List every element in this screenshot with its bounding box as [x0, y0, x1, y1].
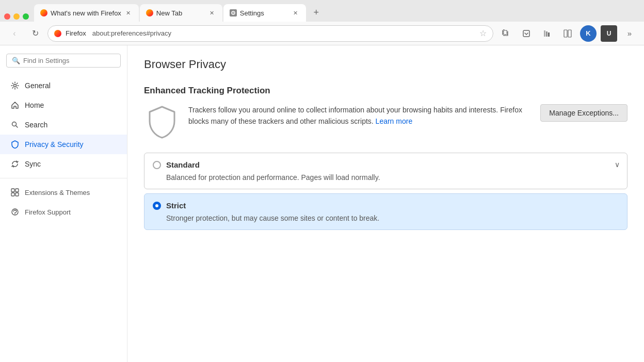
tab-label-whats-new: What's new with Firefox	[51, 9, 121, 17]
svg-rect-2	[523, 30, 529, 37]
svg-rect-10	[11, 189, 14, 192]
tab-whats-new[interactable]: What's new with Firefox ✕	[34, 4, 139, 22]
find-settings-input[interactable]	[23, 57, 115, 64]
new-tab-button[interactable]: +	[309, 5, 324, 20]
privacy-shield-icon	[10, 140, 20, 149]
svg-rect-4	[546, 31, 548, 37]
address-bar[interactable]: Firefox about:preferences#privacy ☆	[47, 25, 493, 42]
address-url: about:preferences#privacy	[92, 29, 171, 37]
standard-description: Balanced for protection and performance.…	[153, 173, 619, 182]
find-search-icon: 🔍	[12, 57, 20, 64]
chevron-down-icon: ∨	[615, 160, 620, 169]
back-button[interactable]: ‹	[6, 25, 23, 42]
svg-rect-11	[15, 189, 19, 192]
svg-rect-12	[11, 193, 14, 196]
sidebar-item-search[interactable]: Search	[0, 115, 127, 135]
browser-frame: What's new with Firefox ✕ New Tab ✕ Sett…	[0, 0, 644, 362]
content-area: 🔍 General Home	[0, 45, 644, 362]
tab-close-new-tab[interactable]: ✕	[208, 9, 216, 17]
standard-radio-button[interactable]	[153, 161, 161, 169]
strict-radio-button[interactable]	[153, 202, 161, 210]
tab-settings[interactable]: Settings ✕	[223, 4, 306, 22]
sidebar-label-sync: Sync	[25, 160, 41, 168]
ublock-shield[interactable]: U	[601, 25, 617, 42]
sidebar-label-general: General	[25, 81, 51, 90]
close-window-btn[interactable]	[4, 13, 10, 20]
pocket-icon[interactable]	[518, 25, 535, 42]
tab-close-settings[interactable]: ✕	[292, 9, 300, 17]
tab-favicon-settings	[230, 9, 237, 17]
tab-label-settings: Settings	[240, 9, 288, 17]
tab-close-whats-new[interactable]: ✕	[124, 9, 133, 17]
sidebar-label-extensions: Extensions & Themes	[25, 189, 90, 196]
sync-icon	[10, 159, 20, 169]
svg-point-15	[14, 213, 15, 214]
svg-rect-7	[568, 30, 571, 37]
sidebar-item-general[interactable]: General	[0, 76, 127, 95]
more-tools-icon[interactable]: »	[621, 25, 638, 42]
sidebar-item-support[interactable]: Firefox Support	[0, 202, 127, 222]
tab-new-tab[interactable]: New Tab ✕	[140, 4, 222, 22]
sidebar-label-privacy: Privacy & Security	[25, 140, 84, 149]
search-icon	[10, 120, 20, 129]
puzzle-icon[interactable]	[497, 25, 514, 42]
tab-bar: What's new with Firefox ✕ New Tab ✕ Sett…	[0, 0, 644, 22]
find-in-settings: 🔍	[6, 54, 121, 68]
extensions-icon	[10, 188, 20, 197]
main-content: Browser Privacy Enhanced Tracking Protec…	[127, 45, 644, 362]
refresh-button[interactable]: ↻	[27, 25, 43, 42]
maximize-window-btn[interactable]	[23, 13, 29, 20]
history-icon[interactable]	[539, 25, 555, 42]
strict-label: Strict	[166, 201, 186, 210]
star-icon[interactable]: ☆	[479, 28, 487, 38]
sidebar-label-search: Search	[25, 121, 47, 129]
etp-section-title: Enhanced Tracking Protection	[144, 86, 627, 96]
support-icon	[10, 207, 20, 217]
sidebar-item-privacy[interactable]: Privacy & Security	[0, 135, 127, 154]
sidebar-item-extensions[interactable]: Extensions & Themes	[0, 183, 127, 202]
address-brand: Firefox	[66, 29, 86, 37]
home-icon	[10, 101, 20, 110]
tab-label-new-tab: New Tab	[156, 9, 205, 17]
address-favicon	[54, 30, 61, 37]
svg-rect-6	[564, 30, 567, 37]
gear-icon	[10, 81, 20, 90]
svg-rect-5	[548, 32, 550, 37]
account-avatar[interactable]: K	[580, 25, 597, 42]
sidebar-label-support: Firefox Support	[25, 208, 71, 216]
svg-point-8	[14, 85, 17, 87]
layout-icon[interactable]	[559, 25, 576, 42]
etp-shield-icon	[144, 104, 180, 140]
etp-description-text: Trackers follow you around online to col…	[188, 104, 532, 127]
sidebar: 🔍 General Home	[0, 45, 127, 362]
sidebar-divider	[0, 178, 127, 178]
svg-rect-13	[15, 193, 19, 196]
standard-label: Standard	[166, 160, 200, 169]
page-title: Browser Privacy	[144, 58, 627, 71]
standard-radio-card[interactable]: Standard Balanced for protection and per…	[144, 153, 627, 189]
sidebar-label-home: Home	[25, 101, 44, 109]
svg-rect-3	[544, 30, 545, 37]
strict-description: Stronger protection, but may cause some …	[153, 214, 619, 222]
minimize-window-btn[interactable]	[13, 13, 20, 20]
sidebar-item-home[interactable]: Home	[0, 95, 127, 115]
toolbar: ‹ ↻ Firefox about:preferences#privacy ☆ …	[0, 22, 644, 45]
tab-favicon-whats-new	[40, 9, 47, 17]
sidebar-item-sync[interactable]: Sync	[0, 154, 127, 174]
tab-favicon-new-tab	[146, 9, 153, 17]
strict-radio-card[interactable]: Strict Stronger protection, but may caus…	[144, 193, 627, 230]
learn-more-link[interactable]: Learn more	[376, 117, 413, 125]
etp-description-row: Trackers follow you around online to col…	[144, 104, 627, 140]
svg-point-1	[233, 12, 234, 13]
manage-exceptions-button[interactable]: Manage Exceptions...	[540, 104, 627, 122]
